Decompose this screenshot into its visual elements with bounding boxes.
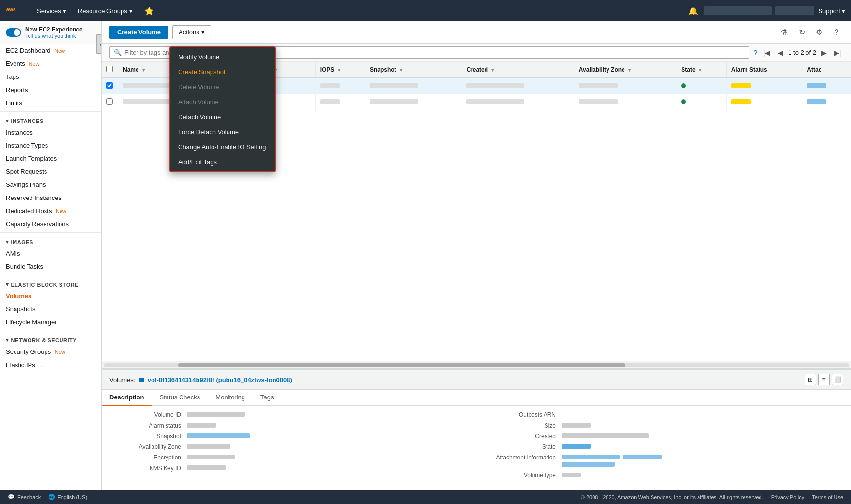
tab-monitoring[interactable]: Monitoring	[208, 390, 253, 406]
sidebar-item-instance-types[interactable]: Instance Types	[0, 139, 101, 152]
language-selector[interactable]: 🌐 English (US)	[48, 494, 87, 500]
menu-item-create-snapshot[interactable]: Create Snapshot	[170, 64, 275, 79]
first-page-button[interactable]: |◀	[761, 47, 773, 59]
user-account[interactable]	[704, 6, 772, 15]
settings-icon[interactable]: ⚙	[812, 26, 826, 39]
detail-tabs: Description Status Checks Monitoring Tag…	[102, 390, 851, 406]
support-menu[interactable]: Support ▾	[818, 7, 845, 15]
notifications-icon[interactable]: 🔔	[686, 4, 700, 17]
sidebar-item-instances[interactable]: Instances	[0, 126, 101, 139]
tab-tags[interactable]: Tags	[253, 390, 281, 406]
services-nav[interactable]: Services ▾	[33, 5, 70, 16]
pagination: |◀ ◀ 1 to 2 of 2 ▶ ▶|	[761, 47, 843, 59]
col-attach[interactable]: Attac	[802, 62, 851, 78]
detail-row-alarm-status: Alarm status	[102, 420, 476, 431]
sidebar-item-volumes[interactable]: Volumes	[0, 290, 101, 303]
row-checkbox[interactable]	[106, 98, 113, 105]
tab-description[interactable]: Description	[102, 390, 152, 406]
tell-us-link[interactable]: Tell us what you think	[25, 33, 83, 39]
col-iops[interactable]: IOPS ▾	[315, 62, 365, 78]
volume-indicator	[139, 378, 144, 382]
sidebar-item-launch-templates[interactable]: Launch Templates	[0, 152, 101, 165]
ebs-section-header[interactable]: ▾ ELASTIC BLOCK STORE	[0, 277, 101, 290]
detail-view-expand-icon[interactable]: ⬜	[832, 374, 843, 385]
sidebar-item-amis[interactable]: AMIs	[0, 247, 101, 260]
bookmarks-icon[interactable]: ⭐	[140, 4, 158, 17]
next-page-button[interactable]: ▶	[818, 47, 830, 59]
menu-item-attach-volume: Attach Volume	[170, 94, 275, 109]
sidebar-item-lifecycle-manager[interactable]: Lifecycle Manager	[0, 316, 101, 329]
menu-item-detach-volume[interactable]: Detach Volume	[170, 109, 275, 124]
col-availability-zone[interactable]: Availability Zone ▾	[574, 62, 676, 78]
sidebar-item-ec2-dashboard[interactable]: EC2 Dashboard New	[0, 44, 101, 57]
sidebar-item-bundle-tasks[interactable]: Bundle Tasks	[0, 260, 101, 273]
detail-row-outposts-arn: Outposts ARN	[476, 410, 851, 420]
detail-header: Volumes: vol-0f136414314b92f8f (pubu16_0…	[102, 370, 851, 390]
prev-page-button[interactable]: ◀	[775, 47, 786, 59]
sidebar-item-reserved-instances[interactable]: Reserved Instances	[0, 191, 101, 204]
sidebar-item-reports[interactable]: Reports	[0, 83, 101, 96]
col-state[interactable]: State ▾	[676, 62, 726, 78]
top-navigation: aws Services ▾ Resource Groups ▾ ⭐ 🔔 Sup…	[0, 0, 851, 21]
terms-of-use-link[interactable]: Terms of Use	[812, 494, 843, 500]
sidebar-item-limits[interactable]: Limits	[0, 96, 101, 109]
create-volume-button[interactable]: Create Volume	[109, 26, 168, 39]
detail-view-grid-icon[interactable]: ⊞	[805, 374, 816, 385]
sidebar-item-snapshots[interactable]: Snapshots	[0, 303, 101, 316]
detail-view-icons: ⊞ ≡ ⬜	[805, 374, 843, 385]
detail-title: Volumes: vol-0f136414314b92f8f (pubu16_0…	[109, 376, 292, 383]
select-all-checkbox[interactable]	[106, 66, 113, 72]
detail-view-list-icon[interactable]: ≡	[818, 374, 830, 385]
detail-row-kms: KMS Key ID	[102, 463, 476, 473]
region-selector[interactable]	[775, 6, 814, 15]
feedback-button[interactable]: 💬 Feedback	[8, 494, 41, 500]
last-page-button[interactable]: ▶|	[832, 47, 843, 59]
menu-item-add-edit-tags[interactable]: Add/Edit Tags	[170, 154, 275, 169]
chevron-down-icon: ▾	[842, 7, 845, 15]
help-icon[interactable]: ?	[830, 26, 843, 39]
sidebar-collapse-button[interactable]: ◀	[96, 34, 102, 54]
menu-item-modify-volume[interactable]: Modify Volume	[170, 49, 275, 64]
tab-status-checks[interactable]: Status Checks	[152, 390, 208, 406]
select-all-header[interactable]	[102, 62, 118, 78]
sidebar-item-dedicated-hosts[interactable]: Dedicated Hosts New	[0, 204, 101, 217]
analytics-icon[interactable]: ⚗	[777, 26, 791, 39]
sidebar-item-tags[interactable]: Tags	[0, 70, 101, 83]
chevron-down-icon: ▾	[201, 29, 205, 36]
detail-row-state: State	[476, 442, 851, 452]
sidebar-item-elastic-ips[interactable]: Elastic IPs …	[0, 358, 101, 371]
col-created[interactable]: Created ▾	[461, 62, 574, 78]
sidebar-item-spot-requests[interactable]: Spot Requests	[0, 165, 101, 178]
actions-button[interactable]: Actions ▾	[172, 25, 211, 39]
detail-row-encryption: Encryption	[102, 452, 476, 463]
detail-row-volume-type: Volume type	[476, 470, 851, 481]
aws-logo[interactable]: aws	[6, 4, 25, 17]
scroll-thumb[interactable]	[178, 363, 625, 367]
filter-help-icon[interactable]: ?	[753, 49, 757, 57]
detail-panel: Volumes: vol-0f136414314b92f8f (pubu16_0…	[102, 368, 851, 504]
sidebar-item-capacity-reservations[interactable]: Capacity Reservations	[0, 217, 101, 230]
row-checkbox[interactable]	[106, 82, 113, 89]
privacy-policy-link[interactable]: Privacy Policy	[771, 494, 804, 500]
detail-row-volume-id: Volume ID	[102, 410, 476, 420]
instances-section-header[interactable]: ▾ INSTANCES	[0, 114, 101, 126]
refresh-icon[interactable]: ↻	[795, 26, 808, 39]
experience-toggle[interactable]	[6, 28, 21, 37]
horizontal-scrollbar[interactable]	[102, 361, 851, 368]
sidebar-item-savings-plans[interactable]: Savings Plans	[0, 178, 101, 191]
content-toolbar: Create Volume Actions ▾ ⚗ ↻ ⚙ ?	[102, 21, 851, 44]
menu-item-auto-enable-io[interactable]: Change Auto-Enable IO Setting	[170, 139, 275, 154]
resource-groups-nav[interactable]: Resource Groups ▾	[74, 5, 137, 16]
search-icon: 🔍	[114, 49, 122, 56]
sidebar-item-events[interactable]: Events New	[0, 57, 101, 70]
col-snapshot[interactable]: Snapshot ▾	[365, 62, 461, 78]
ec2-experience-label: New EC2 Experience	[25, 26, 83, 33]
col-alarm-status[interactable]: Alarm Status	[726, 62, 802, 78]
detail-row-snapshot: Snapshot	[102, 431, 476, 442]
network-section-header[interactable]: ▾ NETWORK & SECURITY	[0, 333, 101, 345]
detail-row-size: Size	[476, 420, 851, 431]
sidebar-item-security-groups[interactable]: Security Groups New	[0, 345, 101, 358]
images-section-header[interactable]: ▾ IMAGES	[0, 235, 101, 247]
menu-item-force-detach[interactable]: Force Detach Volume	[170, 124, 275, 139]
footer: 💬 Feedback 🌐 English (US) © 2008 - 2020,…	[0, 490, 851, 504]
